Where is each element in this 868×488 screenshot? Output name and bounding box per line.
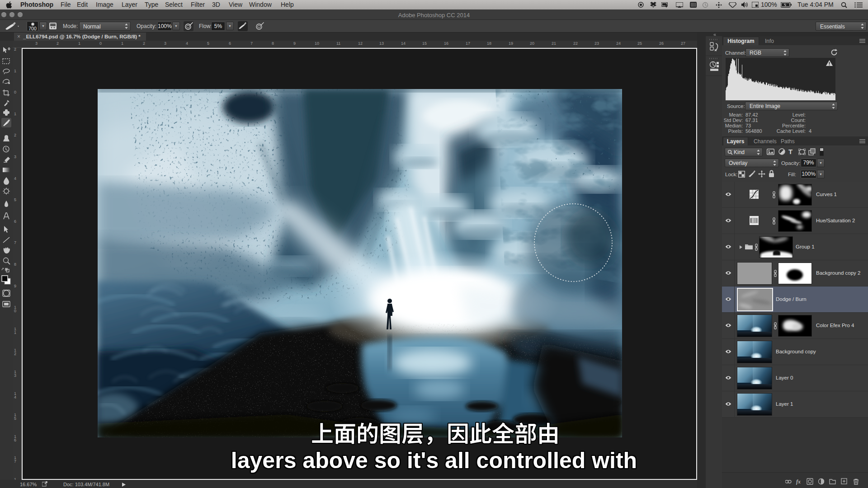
svg-text:fx: fx [796,479,801,485]
